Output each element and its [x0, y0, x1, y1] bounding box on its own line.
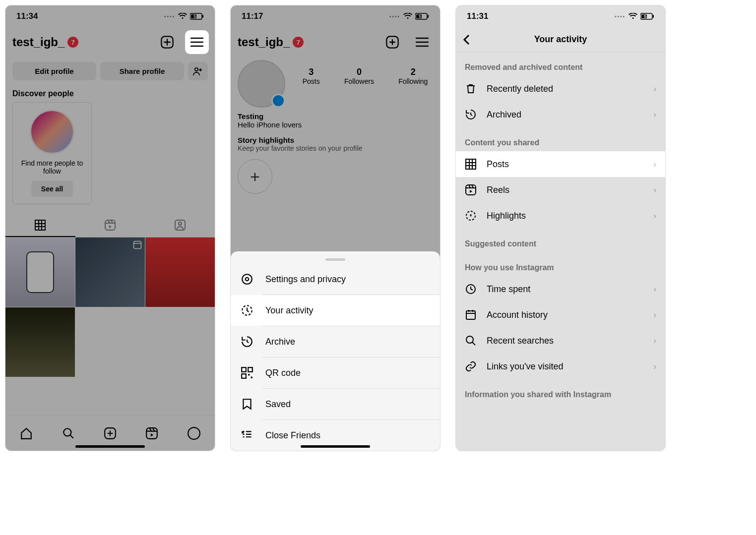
search-icon[interactable] — [62, 427, 75, 440]
item-archived[interactable]: Archived › — [456, 102, 665, 127]
grid-tab[interactable] — [5, 214, 75, 237]
profile-icon[interactable] — [188, 427, 200, 440]
see-all-button[interactable]: See all — [31, 181, 73, 197]
reels-icon — [465, 184, 477, 196]
menu-archive[interactable]: Archive — [231, 326, 440, 357]
hamburger-menu-button[interactable] — [411, 31, 433, 53]
svg-rect-26 — [248, 374, 250, 375]
link-icon — [465, 360, 477, 372]
item-recently-deleted[interactable]: Recently deleted › — [456, 76, 665, 102]
menu-label: QR code — [265, 368, 301, 378]
bookmark-icon — [241, 398, 253, 411]
discover-people-button[interactable] — [188, 62, 208, 80]
clock-icon — [465, 283, 477, 295]
post-thumbnail[interactable] — [5, 307, 75, 377]
home-indicator — [301, 445, 370, 448]
item-posts[interactable]: Posts › — [456, 151, 665, 177]
svg-text:5: 5 — [419, 14, 421, 19]
create-post-button[interactable] — [156, 31, 178, 53]
create-post-button[interactable] — [381, 31, 403, 53]
item-label: Links you've visited — [487, 361, 564, 372]
discover-card-text: Find more people to follow — [20, 159, 84, 175]
followers-stat[interactable]: 0Followers — [344, 67, 374, 85]
post-thumbnail[interactable] — [145, 238, 215, 307]
create-icon[interactable] — [104, 427, 117, 440]
item-label: Highlights — [487, 211, 526, 221]
svg-point-20 — [242, 274, 252, 284]
section-how-use: How you use Instagram — [456, 252, 665, 276]
svg-rect-6 — [35, 220, 45, 230]
username-text: test_igb_ — [12, 35, 64, 49]
hamburger-menu-button[interactable] — [186, 31, 208, 53]
menu-settings-privacy[interactable]: Settings and privacy — [231, 264, 440, 295]
cellular-dots-icon: •••• — [164, 14, 175, 19]
sheet-grabber[interactable] — [325, 258, 345, 261]
item-label: Time spent — [487, 284, 530, 295]
home-indicator — [75, 445, 145, 448]
wifi-icon — [403, 13, 412, 20]
svg-rect-10 — [134, 241, 141, 249]
posts-grid — [5, 238, 215, 377]
qr-icon — [241, 366, 253, 379]
add-highlight-button[interactable]: + — [238, 159, 272, 194]
cellular-dots-icon: •••• — [389, 14, 400, 19]
edit-profile-button[interactable]: Edit profile — [12, 62, 96, 80]
svg-rect-13 — [147, 428, 158, 439]
username-dropdown[interactable]: test_igb_ 7 — [238, 35, 304, 49]
item-label: Archived — [487, 110, 521, 120]
item-label: Account history — [487, 310, 548, 320]
item-label: Recent searches — [487, 336, 554, 346]
bio-text: Hello iPhone lovers — [238, 120, 433, 129]
home-icon[interactable] — [20, 427, 33, 440]
empty-tile — [145, 307, 215, 377]
chevron-right-icon: › — [653, 310, 656, 320]
empty-tile — [75, 307, 145, 377]
svg-point-21 — [246, 278, 249, 281]
svg-rect-30 — [653, 15, 654, 18]
svg-rect-2 — [202, 15, 203, 18]
item-label: Posts — [487, 159, 509, 170]
profile-header: test_igb_ 7 — [5, 27, 215, 57]
post-thumbnail[interactable] — [75, 238, 145, 307]
item-reels[interactable]: Reels › — [456, 177, 665, 203]
menu-label: Your activity — [265, 305, 313, 316]
status-time: 11:17 — [242, 11, 263, 21]
calendar-icon — [465, 309, 477, 321]
item-time-spent[interactable]: Time spent › — [456, 276, 665, 302]
item-highlights[interactable]: Highlights › — [456, 203, 665, 229]
section-removed-archived: Removed and archived content — [456, 52, 665, 76]
discover-card[interactable]: Find more people to follow See all — [12, 102, 92, 204]
grid-icon — [465, 158, 477, 170]
add-story-badge[interactable] — [271, 94, 285, 108]
story-highlights-header[interactable]: Story highlights Keep your favorite stor… — [231, 136, 440, 152]
section-info-shared: Information you shared with Instagram — [456, 379, 665, 403]
item-label: Reels — [487, 185, 509, 195]
menu-label: Saved — [265, 399, 291, 410]
battery-icon: 5 — [640, 13, 654, 20]
post-thumbnail[interactable] — [5, 238, 75, 307]
status-bar: 11:34 •••• 5 — [5, 5, 215, 27]
profile-bio: Testing Hello iPhone lovers — [231, 105, 440, 136]
item-recent-searches[interactable]: Recent searches › — [456, 328, 665, 354]
menu-your-activity[interactable]: Your activity — [231, 295, 440, 326]
wifi-icon — [629, 13, 637, 20]
trash-icon — [465, 83, 477, 95]
username-dropdown[interactable]: test_igb_ 7 — [12, 35, 78, 49]
menu-saved[interactable]: Saved — [231, 389, 440, 419]
posts-stat[interactable]: 3Posts — [303, 67, 320, 85]
share-profile-button[interactable]: Share profile — [100, 62, 184, 80]
back-button[interactable] — [463, 34, 470, 45]
reels-tab[interactable] — [75, 214, 145, 237]
section-suggested: Suggested content — [456, 229, 665, 252]
tagged-tab[interactable] — [145, 214, 215, 237]
chevron-right-icon: › — [653, 284, 656, 295]
history-icon — [465, 109, 477, 120]
following-stat[interactable]: 2Following — [398, 67, 428, 85]
svg-rect-17 — [428, 15, 429, 18]
discover-people-title: Discover people — [5, 80, 215, 102]
profile-screen: 11:34 •••• 5 test_igb_ 7 Edit profile Sh… — [5, 5, 215, 451]
item-links-visited[interactable]: Links you've visited › — [456, 354, 665, 379]
reels-icon[interactable] — [145, 427, 158, 440]
menu-qr-code[interactable]: QR code — [231, 357, 440, 388]
item-account-history[interactable]: Account history › — [456, 302, 665, 328]
